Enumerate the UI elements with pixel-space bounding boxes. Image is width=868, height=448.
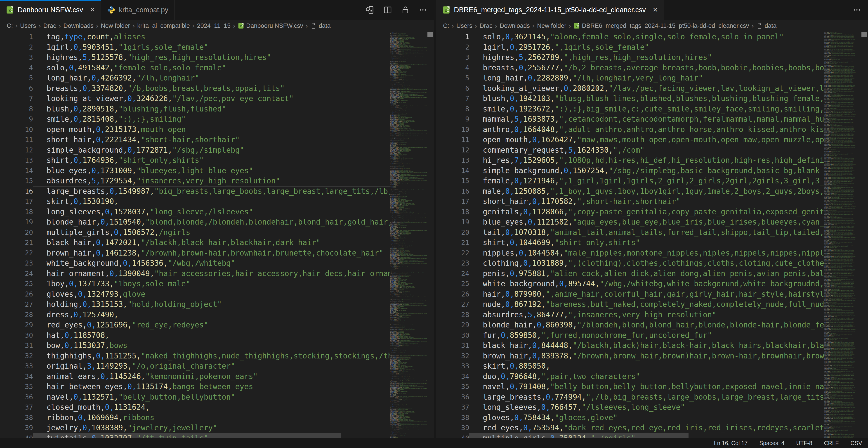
code-line[interactable]: 5long_hair,0,4266392,"/lh,longhair" — [0, 73, 390, 83]
line-number[interactable]: 22 — [0, 248, 33, 258]
code-line[interactable]: 21black_hair,0,1472021,"/blackh,black-ha… — [0, 237, 390, 248]
minimap[interactable]: tag,type,count,aliases1girl,0,5903451,"1… — [390, 32, 427, 438]
code-line[interactable]: 13shirt,0,1764936,"shirt_only,shirts" — [0, 155, 390, 166]
line-number[interactable]: 3 — [0, 52, 33, 63]
code-line[interactable]: 12simple_background,0,1772871,"/sbg,/sim… — [0, 145, 390, 155]
line-number[interactable]: 32 — [0, 351, 33, 361]
breadcrumb-item[interactable]: Drac — [43, 22, 56, 29]
line-number[interactable]: 11 — [0, 135, 33, 145]
line-number[interactable]: 39 — [436, 423, 469, 433]
code-line[interactable]: 9mammal,5,1693873,",cetancodont,cetancod… — [436, 114, 824, 124]
line-number[interactable]: 22 — [436, 248, 469, 258]
line-number[interactable]: 29 — [436, 320, 469, 330]
editor[interactable]: 1solo,0,3621145,"alone,female_solo,singl… — [436, 32, 868, 438]
code-line[interactable]: 4breasts,0,2556777,"/b,2_breasts,average… — [436, 63, 824, 73]
line-number[interactable]: 10 — [436, 124, 469, 135]
code-line[interactable]: 7blush,0,1942103,"blusg,blush_lines,blus… — [436, 93, 824, 104]
code-line[interactable]: 5long_hair,0,2282809,"/lh,longhair,very_… — [436, 73, 824, 83]
breadcrumb-item[interactable]: Users — [20, 22, 36, 29]
line-number[interactable]: 20 — [0, 227, 33, 238]
line-number[interactable]: 30 — [0, 330, 33, 340]
code-line[interactable]: 26gloves,0,1324793,glove — [0, 289, 390, 299]
breadcrumb-item[interactable]: 2024_11_15 — [197, 22, 230, 29]
horizontal-scrollbar[interactable] — [469, 433, 802, 438]
line-number[interactable]: 31 — [436, 340, 469, 351]
line-number[interactable]: 9 — [0, 114, 33, 124]
split-editor-icon[interactable] — [383, 6, 392, 14]
vertical-scrollbar[interactable] — [427, 32, 434, 438]
code-line[interactable]: 34animal_ears,0,1145246,"kemonomimi,poke… — [0, 371, 390, 382]
line-number[interactable]: 16 — [436, 186, 469, 197]
code-line[interactable]: 35hair_between_eyes,0,1135174,bangs_betw… — [0, 382, 390, 392]
line-number[interactable]: 24 — [436, 268, 469, 279]
code-line[interactable]: 28dress,0,1257490, — [0, 309, 390, 320]
code-line[interactable]: 29red_eyes,0,1251696,"red_eye,redeyes" — [0, 320, 390, 330]
line-number[interactable]: 2 — [0, 42, 33, 53]
code-line[interactable]: 37closed_mouth,0,1131624, — [0, 402, 390, 413]
line-number[interactable]: 21 — [0, 237, 33, 248]
breadcrumb-item[interactable]: New folder — [101, 22, 130, 29]
code-line[interactable]: 31black_hair,0,844448,"/blackh,black)hai… — [436, 340, 824, 351]
status-encoding[interactable]: UTF-8 — [796, 440, 812, 446]
line-number[interactable]: 25 — [0, 279, 33, 289]
code-line[interactable]: 27holding,0,1315153,"hold,holding_object… — [0, 299, 390, 309]
code-line[interactable]: 24penis,0,975881,"alien_cock,alien_dick,… — [436, 268, 824, 279]
code-line[interactable]: 26hair,0,879980,",anime_hair,colorful_ha… — [436, 289, 824, 299]
breadcrumb-item[interactable]: New folder — [537, 22, 566, 29]
code-line[interactable]: 32thighhighs,0,1151255,"naked_thighhighs… — [0, 351, 390, 361]
line-number[interactable]: 16 — [0, 186, 33, 197]
scrollbar-thumb[interactable] — [862, 32, 867, 37]
line-number[interactable]: 11 — [436, 135, 469, 145]
code-line[interactable]: 16male,0,1250085,",1_boy,1_guys,1boy,1bo… — [436, 186, 824, 197]
code-line[interactable]: 20multiple_girls,0,1506572,/ngirls — [0, 227, 390, 238]
line-number[interactable]: 12 — [436, 145, 469, 155]
line-number[interactable]: 31 — [0, 340, 33, 351]
code-line[interactable]: 15absurdres,5,1729554,"insaneres,very_hi… — [0, 176, 390, 186]
line-number[interactable]: 40 — [0, 433, 33, 438]
code-line[interactable]: 14blue_eyes,0,1731009,"blueeyes,light_bl… — [0, 166, 390, 176]
line-number[interactable]: 7 — [0, 93, 33, 104]
code-line[interactable]: 10open_mouth,0,2315173,mouth_open — [0, 124, 390, 135]
code-line[interactable]: 29blonde_hair,0,860398,"/blondeh,blond,b… — [436, 320, 824, 330]
code-line[interactable]: 39jewelry,0,1038389,"jewelery,jewellery" — [0, 423, 390, 433]
code-area[interactable]: 1tag,type,count,aliases21girl,0,5903451,… — [0, 32, 390, 438]
line-number[interactable]: 13 — [0, 155, 33, 166]
line-number[interactable]: 23 — [436, 258, 469, 268]
code-line[interactable]: 4solo,0,4915842,"female_solo,solo_female… — [0, 63, 390, 73]
line-number[interactable]: 19 — [0, 217, 33, 227]
line-number[interactable]: 28 — [0, 309, 33, 320]
status-cursor-position[interactable]: Ln 16, Col 17 — [714, 440, 748, 446]
editor[interactable]: 1tag,type,count,aliases21girl,0,5903451,… — [0, 32, 434, 438]
code-line[interactable]: 32brown_hair,0,839378,"/brownh,bronw_hai… — [436, 351, 824, 361]
code-area[interactable]: 1solo,0,3621145,"alone,female_solo,singl… — [436, 32, 824, 438]
status-indentation[interactable]: Spaces: 4 — [759, 440, 784, 446]
line-number[interactable]: 26 — [0, 289, 33, 299]
line-number[interactable]: 38 — [0, 413, 33, 423]
code-line[interactable]: 3highres,5,5125578,"high_res,high_resolu… — [0, 52, 390, 63]
horizontal-scrollbar[interactable] — [33, 433, 368, 438]
code-line[interactable]: 17short_hair,0,1170582,",short-hair,shor… — [436, 196, 824, 207]
code-line[interactable]: 25white_background,0,895744,"/wbg,/white… — [436, 279, 824, 289]
code-line[interactable]: 31bow,0,1153037,bows — [0, 340, 390, 351]
line-number[interactable]: 7 — [436, 93, 469, 104]
line-number[interactable]: 14 — [436, 166, 469, 176]
search-file-icon[interactable] — [366, 6, 374, 14]
line-number[interactable]: 23 — [0, 258, 33, 268]
line-number[interactable]: 2 — [436, 42, 469, 53]
code-line[interactable]: 23clothing,0,1031889,",(clothing),clothe… — [436, 258, 824, 268]
more-actions-icon[interactable] — [418, 6, 427, 14]
code-line[interactable]: 38ribbon,0,1069694,ribbons — [0, 413, 390, 423]
close-icon[interactable]: ✕ — [90, 7, 95, 13]
line-number[interactable]: 12 — [0, 145, 33, 155]
line-number[interactable]: 6 — [0, 83, 33, 94]
line-number[interactable]: 17 — [436, 196, 469, 207]
line-number[interactable]: 35 — [436, 382, 469, 392]
minimap[interactable]: solo,0,3621145,"alone,female_solo,single… — [824, 32, 861, 438]
line-number[interactable]: 27 — [436, 299, 469, 309]
line-number[interactable]: 29 — [0, 320, 33, 330]
code-line[interactable]: 28absurdres,5,864777,",insaneres,very_hi… — [436, 309, 824, 320]
code-line[interactable]: 6looking_at_viewer,0,2080202,"/lav,/pec,… — [436, 83, 824, 94]
code-line[interactable]: 21girl,0,2951726,",1girls,sole_female" — [436, 42, 824, 53]
code-line[interactable]: 27nude,0,867192,"bareness,butt_naked,com… — [436, 299, 824, 309]
code-line[interactable]: 251boy,0,1371733,"1boys,sole_male" — [0, 279, 390, 289]
